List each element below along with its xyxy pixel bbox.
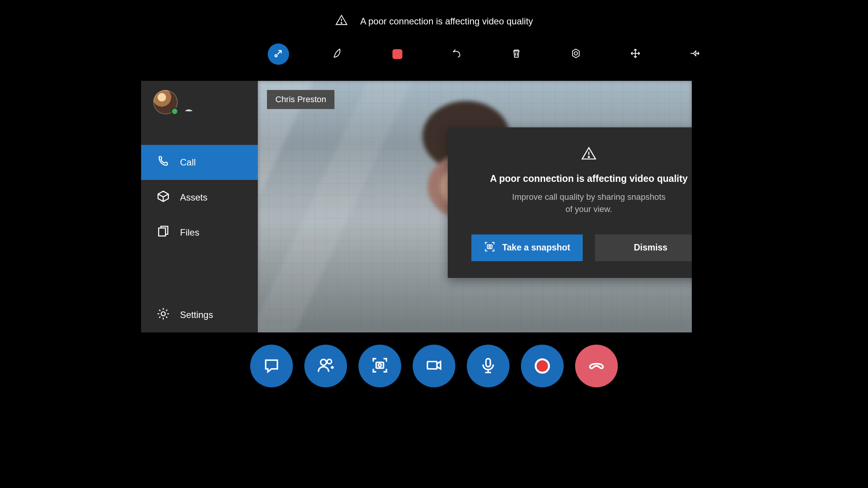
camera-frame-icon [371, 356, 389, 376]
presence-badge [171, 108, 178, 115]
move-arrows-icon [630, 48, 641, 61]
hangup-button[interactable] [575, 345, 618, 387]
dismiss-button[interactable]: Dismiss [595, 234, 692, 261]
dismiss-label: Dismiss [634, 242, 667, 253]
eraser-icon [392, 49, 402, 59]
video-area: Chris Preston A poor connection is affec… [258, 81, 692, 332]
sidebar-item-call[interactable]: Call [141, 145, 258, 180]
take-snapshot-button[interactable]: Take a snapshot [471, 234, 583, 261]
sidebar-item-settings[interactable]: Settings [141, 297, 258, 332]
gear-icon [156, 307, 170, 323]
app-window: Call Assets Files [141, 81, 692, 332]
record-icon [535, 358, 550, 374]
files-icon [156, 225, 170, 241]
avatar[interactable] [153, 90, 178, 114]
participant-name-chip: Chris Preston [267, 90, 334, 109]
warning-icon [581, 146, 597, 163]
sidebar-header [141, 81, 258, 145]
add-people-button[interactable] [304, 345, 347, 387]
sidebar-item-label: Settings [180, 310, 213, 320]
eraser-button[interactable] [387, 43, 408, 65]
sidebar-item-label: Assets [180, 192, 207, 203]
connection-warning-banner: A poor connection is affecting video qua… [335, 14, 533, 29]
svg-point-10 [489, 246, 490, 247]
pin-icon [689, 48, 701, 61]
dialog-body-line2: of your view. [566, 204, 612, 214]
svg-point-2 [275, 55, 277, 57]
collapse-arrow-icon [273, 48, 284, 61]
aperture-icon [570, 48, 582, 61]
cube-icon [156, 189, 170, 205]
dialog-body: Improve call quality by sharing snapshot… [512, 191, 665, 215]
dialog-body-line1: Improve call quality by sharing snapshot… [512, 192, 665, 202]
sidebar-item-files[interactable]: Files [141, 215, 258, 250]
dialog-title: A poor connection is affecting video qua… [490, 173, 688, 184]
camera-frame-icon [484, 241, 495, 255]
svg-point-14 [378, 364, 381, 367]
undo-button[interactable] [446, 43, 468, 65]
video-toggle-button[interactable] [413, 345, 455, 387]
add-people-icon [317, 356, 334, 376]
svg-point-1 [341, 22, 342, 23]
pen-icon [332, 48, 344, 61]
svg-point-4 [574, 52, 578, 55]
move-button[interactable] [625, 43, 646, 65]
svg-rect-5 [159, 228, 166, 236]
hangup-icon [588, 356, 605, 376]
delete-button[interactable] [506, 43, 527, 65]
videocam-icon [425, 356, 443, 376]
ink-toolbar [268, 43, 706, 65]
chat-icon [263, 356, 280, 376]
participant-name-text: Chris Preston [275, 95, 326, 104]
svg-marker-3 [572, 49, 579, 58]
signal-icon [184, 104, 194, 114]
phone-icon [156, 154, 170, 170]
svg-point-6 [161, 312, 166, 316]
svg-point-8 [588, 156, 590, 157]
sidebar: Call Assets Files [141, 81, 258, 332]
connection-warning-text: A poor connection is affecting video qua… [360, 16, 533, 27]
pin-button[interactable] [684, 43, 706, 65]
aperture-button[interactable] [565, 43, 587, 65]
pen-button[interactable] [327, 43, 349, 65]
svg-rect-15 [428, 361, 437, 369]
snapshot-button[interactable] [358, 345, 401, 387]
sidebar-item-assets[interactable]: Assets [141, 180, 258, 215]
svg-point-11 [321, 360, 326, 365]
mic-toggle-button[interactable] [467, 345, 510, 387]
svg-rect-16 [486, 359, 490, 367]
svg-point-12 [327, 360, 332, 364]
sidebar-item-label: Files [180, 227, 199, 238]
trash-icon [511, 48, 522, 61]
dialog-actions: Take a snapshot Dismiss [471, 234, 692, 261]
connection-dialog: A poor connection is affecting video qua… [448, 127, 692, 278]
warning-icon [335, 14, 348, 29]
mic-icon [479, 356, 497, 376]
take-snapshot-label: Take a snapshot [502, 242, 571, 253]
undo-icon [451, 48, 463, 61]
sidebar-item-label: Call [180, 157, 196, 168]
record-button[interactable] [521, 345, 564, 387]
chat-button[interactable] [250, 345, 293, 387]
call-action-bar [250, 345, 618, 387]
collapse-button[interactable] [268, 43, 289, 65]
